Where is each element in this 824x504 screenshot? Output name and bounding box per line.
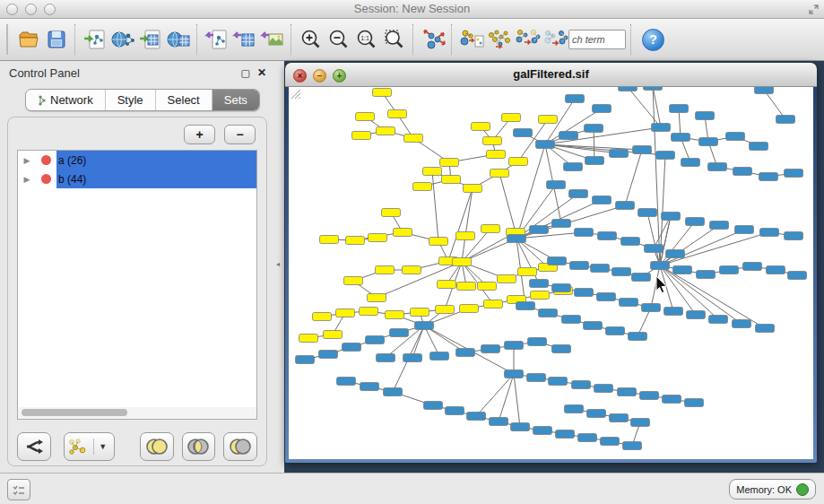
network-node	[320, 236, 339, 244]
sets-toolbar: ▼	[17, 431, 257, 462]
network-node	[632, 274, 651, 282]
zoom-in-button[interactable]	[297, 23, 325, 56]
remove-set-button[interactable]: −	[224, 125, 256, 144]
network-window-titlebar[interactable]: × − + galFiltered.sif	[285, 63, 817, 87]
list-item[interactable]: ▶ a (26)	[18, 151, 256, 169]
expand-icon[interactable]: ▶	[18, 175, 36, 184]
import-network-file-button[interactable]	[81, 23, 108, 56]
task-monitor-button[interactable]	[7, 479, 30, 500]
difference-sets-button[interactable]	[223, 432, 257, 461]
network-node	[598, 232, 617, 240]
create-set-from-network-button[interactable]: ▼	[64, 432, 115, 461]
network-node	[720, 266, 739, 274]
network-node	[388, 110, 407, 118]
network-canvas[interactable]	[289, 87, 813, 459]
network-node	[710, 222, 729, 230]
network-node	[533, 427, 552, 435]
set-label: b (44)	[56, 173, 86, 186]
network-node	[673, 266, 692, 274]
network-node	[528, 338, 547, 346]
mouse-cursor	[656, 276, 666, 293]
network-node	[539, 309, 558, 317]
network-node	[299, 335, 318, 343]
network-node	[430, 352, 449, 361]
svg-text:1:1: 1:1	[360, 35, 369, 41]
network-node	[663, 395, 681, 404]
dropdown-arrow-icon[interactable]: ▼	[93, 439, 111, 455]
new-network-from-selection-button[interactable]	[457, 23, 485, 56]
hide-selected-button[interactable]	[513, 23, 541, 56]
help-button[interactable]: ?	[642, 29, 664, 51]
add-set-button[interactable]: +	[184, 125, 215, 144]
network-node	[594, 385, 613, 393]
float-panel-icon[interactable]: ▢	[241, 67, 250, 79]
open-session-button[interactable]	[14, 23, 42, 56]
toolbar-separator	[74, 24, 76, 55]
network-node	[343, 343, 361, 352]
network-node	[585, 157, 604, 165]
save-session-button[interactable]	[42, 23, 70, 56]
network-window-title: galFiltered.sif	[285, 67, 817, 81]
split-sets-button[interactable]	[17, 432, 51, 461]
show-all-button[interactable]	[541, 23, 568, 56]
network-node	[733, 320, 751, 328]
network-node	[593, 105, 611, 113]
zoom-selected-button[interactable]	[380, 23, 408, 56]
zoom-out-button[interactable]	[325, 23, 352, 56]
network-node	[685, 399, 704, 407]
list-item[interactable]: ▶ b (44)	[18, 169, 256, 188]
search-input[interactable]	[568, 30, 626, 49]
network-node	[360, 308, 378, 316]
resize-grip-icon[interactable]	[289, 87, 301, 100]
set-row-selection: b (44)	[56, 169, 256, 188]
import-table-file-button[interactable]	[136, 23, 164, 56]
network-node	[699, 138, 718, 146]
export-network-button[interactable]	[203, 23, 230, 56]
network-node	[478, 282, 497, 291]
network-node	[442, 176, 461, 184]
zoom-actual-size-button[interactable]: 1:1	[352, 23, 380, 56]
tab-network[interactable]: Network	[26, 90, 106, 110]
network-window[interactable]: × − + galFiltered.sif	[285, 63, 817, 463]
network-node	[446, 407, 464, 415]
network-node	[415, 322, 434, 330]
network-node	[530, 226, 549, 234]
network-node	[640, 392, 659, 400]
network-node	[505, 342, 524, 350]
network-node	[514, 129, 533, 137]
memory-status-button[interactable]: Memory: OK	[729, 479, 816, 500]
network-node	[709, 316, 728, 324]
network-node	[547, 181, 566, 189]
network-node	[743, 263, 762, 271]
collapse-divider-icon[interactable]: ◂	[276, 260, 280, 268]
union-sets-button[interactable]	[140, 432, 174, 461]
sets-list: ▶ a (26) ▶ b (44)	[17, 150, 257, 408]
tab-select[interactable]: Select	[156, 90, 213, 110]
close-panel-icon[interactable]: ✕	[257, 66, 266, 79]
horizontal-scrollbar[interactable]	[17, 407, 257, 420]
memory-ok-icon	[796, 483, 809, 496]
tab-style[interactable]: Style	[106, 90, 156, 110]
import-table-web-button[interactable]	[164, 23, 192, 56]
expand-icon[interactable]: ▶	[18, 156, 36, 165]
venn-intersection-icon	[186, 438, 211, 456]
network-node	[436, 306, 455, 314]
network-node	[623, 442, 642, 450]
network-node	[610, 150, 629, 158]
export-image-button[interactable]	[258, 23, 286, 56]
export-table-button[interactable]	[230, 23, 258, 56]
import-network-web-button[interactable]	[108, 23, 136, 56]
network-node	[490, 169, 509, 178]
network-node	[472, 123, 490, 131]
first-neighbors-button[interactable]	[485, 23, 513, 56]
scrollbar-thumb[interactable]	[22, 409, 127, 416]
apply-layout-button[interactable]	[419, 23, 447, 56]
tab-sets[interactable]: Sets	[213, 90, 259, 110]
intersect-sets-button[interactable]	[182, 432, 216, 461]
network-node	[382, 209, 401, 217]
network-node	[760, 229, 779, 237]
network-node	[633, 146, 652, 154]
network-node	[394, 229, 412, 237]
network-node	[601, 438, 620, 446]
fullscreen-icon[interactable]	[808, 3, 820, 19]
